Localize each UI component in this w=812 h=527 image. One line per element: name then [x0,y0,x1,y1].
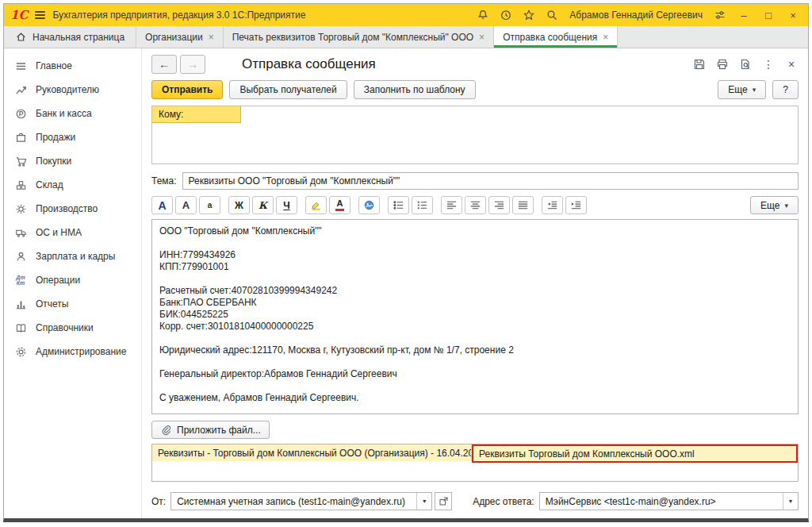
send-button[interactable]: Отправить [151,80,223,99]
sidebar-item-sales[interactable]: Продажи [4,125,141,149]
close-window-button[interactable]: × [784,7,802,23]
send-message-form: ← → Отправка сообщения ⋮ × [142,48,808,518]
main-menu-icon[interactable] [35,10,45,21]
sidebar-item-label: Руководителю [36,84,99,95]
sidebar-item-warehouse[interactable]: Склад [4,173,141,197]
open-account-button[interactable] [435,492,452,510]
current-user[interactable]: Абрамов Геннадий Сергеевич [569,10,703,21]
sidebar-item-purchases[interactable]: Покупки [4,149,141,173]
more-button[interactable]: Еще ▾ [718,80,766,99]
sidebar-item-label: Справочники [36,322,94,333]
print-icon[interactable] [715,57,730,71]
notifications-bell-icon[interactable] [475,7,491,23]
sidebar-item-label: Банк и касса [36,108,92,119]
subject-label: Тема: [151,175,177,187]
attachment-item[interactable]: Реквизиты - Торговый дом Комплексный ООО… [152,444,472,461]
sidebar-item-fixed-assets[interactable]: ОС и НМА [4,221,141,244]
align-right-button[interactable] [488,196,510,214]
close-icon[interactable]: × [209,32,214,43]
sidebar-item-reports[interactable]: Отчеты [4,292,141,316]
more-menu-icon[interactable]: ⋮ [761,57,776,71]
italic-button[interactable]: К [252,196,274,214]
gear-icon [13,203,28,215]
sidebar-item-production[interactable]: Производство [4,197,141,221]
maximize-button[interactable]: □ [760,7,777,23]
attachment-item-selected[interactable]: Реквизиты Торговый дом Комплексный ООО.x… [472,444,798,463]
forward-button[interactable]: → [180,55,205,74]
chevron-down-icon[interactable]: ▾ [416,493,431,510]
from-label: От: [151,496,166,507]
sidebar-item-manager[interactable]: Руководителю [4,78,141,102]
subject-input[interactable]: Реквизиты ООО "Торговый дом "Комплексный… [182,172,799,190]
sidebar-item-label: Администрирование [36,346,126,357]
font-button[interactable]: А [151,196,173,214]
bold-button[interactable]: Ж [228,196,250,214]
attachments-list[interactable]: Реквизиты - Торговый дом Комплексный ООО… [151,444,799,482]
font-size-decrease-button[interactable]: а [199,196,220,214]
sidebar-item-label: Отчеты [36,298,68,310]
to-field[interactable]: Кому: [152,106,241,123]
sidebar-item-label: Покупки [36,156,71,167]
favorites-star-icon[interactable] [521,7,537,23]
home-icon [15,31,27,43]
recipients-area[interactable]: Кому: [151,106,799,164]
underline-button[interactable]: Ч [276,196,297,214]
sidebar-item-operations[interactable]: Дт Кт Операции [4,268,141,292]
sidebar-item-main[interactable]: Главное [4,54,141,78]
reply-address-value: МэйнСервис <test1c-main@yandex.ru> [540,496,783,507]
insert-image-button[interactable] [358,196,380,214]
window-titlebar: 1С Бухгалтерия предприятия, редакция 3.0… [4,4,808,26]
app-window: 1С Бухгалтерия предприятия, редакция 3.0… [3,3,809,522]
more-label: Еще [728,84,747,95]
decrease-indent-button[interactable] [542,196,563,214]
align-center-button[interactable] [465,196,486,214]
close-form-icon[interactable]: × [784,57,799,71]
briefcase-icon [13,132,28,144]
coin-icon [13,108,28,120]
minimize-button[interactable]: – [735,7,753,23]
align-left-button[interactable] [441,196,462,214]
select-recipients-button[interactable]: Выбрать получателей [229,80,347,99]
sidebar-item-label: Продажи [36,132,75,143]
sidebar-item-bank-cash[interactable]: Банк и касса [4,102,141,125]
truck-icon [13,227,28,239]
settings-tune-icon[interactable] [712,7,728,23]
sidebar-item-administration[interactable]: Администрирование [4,340,141,364]
attach-file-button[interactable]: Приложить файл... [151,421,270,439]
font-size-increase-button[interactable]: А [175,196,197,214]
sidebar-item-payroll[interactable]: Зарплата и кадры [4,244,141,268]
align-justify-button[interactable] [512,196,534,214]
numbered-list-button[interactable] [412,196,433,214]
bulleted-list-button[interactable] [388,196,409,214]
sidebar-item-label: ОС и НМА [36,227,82,238]
from-account-select[interactable]: Системная учетная запись (test1c-main@ya… [170,492,432,510]
sidebar-item-directories[interactable]: Справочники [4,316,141,340]
sidebar-item-label: Зарплата и кадры [36,251,115,262]
tab-organizations[interactable]: Организации × [136,26,224,48]
reply-address-label: Адрес ответа: [473,496,534,507]
font-color-button[interactable]: А [329,196,350,214]
window-title: Бухгалтерия предприятия, редакция 3.0 1С… [52,10,305,21]
message-body-editor[interactable]: ООО "Торговый дом "Комплексный"" ИНН:779… [151,219,799,414]
book-icon [13,322,28,334]
fill-by-template-button[interactable]: Заполнить по шаблону [354,80,476,99]
save-icon[interactable] [692,57,707,71]
tab-print-requisites[interactable]: Печать реквизитов Торговый дом "Комплекс… [224,26,494,48]
tab-label: Организации [145,32,203,43]
chevron-down-icon[interactable]: ▾ [783,493,798,510]
back-button[interactable]: ← [151,55,177,74]
search-icon[interactable] [544,7,560,23]
cart-icon [13,156,28,167]
tab-home[interactable]: Начальная страница [4,26,136,48]
close-icon[interactable]: × [479,32,485,43]
preview-icon[interactable] [738,57,753,71]
chevron-down-icon: ▾ [753,86,756,94]
help-button[interactable]: ? [772,80,799,99]
close-icon[interactable]: × [603,32,608,43]
tab-send-message[interactable]: Отправка сообщения × [494,26,618,48]
reply-address-select[interactable]: МэйнСервис <test1c-main@yandex.ru> ▾ [539,492,799,510]
highlight-color-button[interactable] [305,196,327,214]
increase-indent-button[interactable] [565,196,587,214]
history-icon[interactable] [498,7,514,23]
format-more-button[interactable]: Еще ▾ [750,196,799,214]
